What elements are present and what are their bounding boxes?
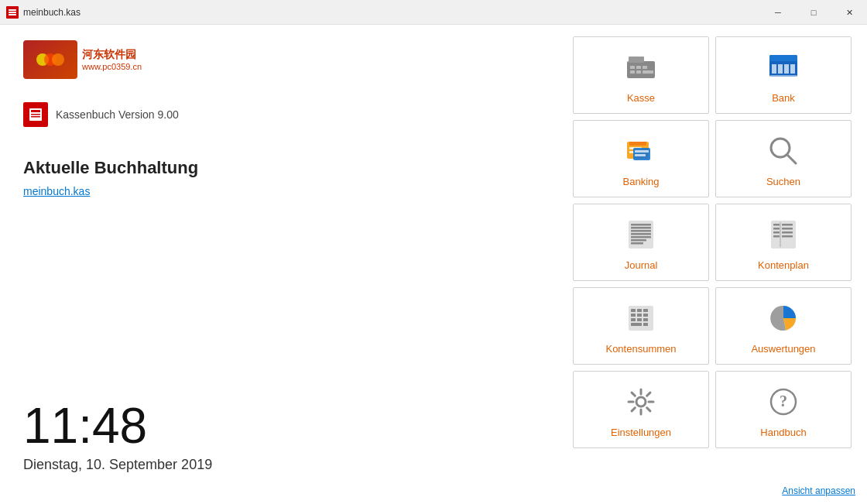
tile-kontenplan[interactable]: Kontenplan <box>715 204 852 281</box>
svg-rect-36 <box>631 224 651 226</box>
svg-rect-46 <box>773 228 780 230</box>
tile-row-1: Kasse Bank <box>573 36 852 114</box>
watermark-url: www.pc0359.cn <box>82 62 142 71</box>
kasse-label: Kasse <box>627 92 655 104</box>
bank-label: Bank <box>772 92 795 104</box>
tile-auswertungen[interactable]: Auswertungen <box>715 287 852 365</box>
ansicht-anpassen-link[interactable]: Ansicht anpassen <box>782 485 855 496</box>
svg-rect-62 <box>643 318 648 321</box>
tile-journal[interactable]: Journal <box>573 204 709 281</box>
svg-rect-14 <box>636 66 641 69</box>
app-version: Kassenbuch Version 9.00 <box>56 108 179 121</box>
buchhaltung-title: Aktuelle Buchhaltung <box>23 158 534 178</box>
svg-rect-15 <box>643 66 647 69</box>
tile-kontensummen[interactable]: Kontensummen <box>573 287 709 365</box>
kontensummen-icon <box>622 300 660 337</box>
buchhaltung-section: Aktuelle Buchhaltung meinbuch.kas <box>23 158 534 198</box>
window-controls: ─ □ ✕ <box>760 0 867 25</box>
svg-rect-8 <box>31 110 40 112</box>
kontensummen-label: Kontensummen <box>605 343 676 355</box>
svg-rect-59 <box>643 314 648 317</box>
svg-rect-38 <box>631 230 651 232</box>
svg-rect-61 <box>637 318 642 321</box>
svg-rect-18 <box>643 70 653 74</box>
handbuch-label: Handbuch <box>760 427 806 438</box>
svg-text:?: ? <box>780 393 787 410</box>
svg-rect-42 <box>631 242 643 245</box>
svg-rect-25 <box>770 75 797 77</box>
svg-rect-32 <box>635 154 646 156</box>
svg-rect-2 <box>9 12 16 13</box>
close-button[interactable]: ✕ <box>831 0 867 25</box>
svg-rect-41 <box>631 239 646 242</box>
svg-rect-55 <box>637 309 642 312</box>
tile-row-2: Banking Suchen <box>573 120 852 197</box>
journal-icon <box>622 216 660 253</box>
banking-icon <box>622 132 660 170</box>
clock-date: Dienstag, 10. September 2019 <box>23 457 534 473</box>
auswertungen-label: Auswertungen <box>751 343 815 355</box>
svg-rect-10 <box>31 116 40 118</box>
svg-rect-9 <box>31 114 40 115</box>
tile-row-3: Journal <box>573 204 852 281</box>
svg-rect-24 <box>790 64 795 74</box>
minimize-button[interactable]: ─ <box>760 0 796 25</box>
svg-rect-56 <box>643 309 648 312</box>
titlebar-title: meinbuch.kas <box>23 7 81 18</box>
svg-rect-40 <box>631 236 651 238</box>
svg-rect-58 <box>637 314 642 317</box>
svg-rect-44 <box>773 224 780 226</box>
journal-label: Journal <box>625 259 658 271</box>
svg-rect-23 <box>784 64 789 74</box>
tile-suchen[interactable]: Suchen <box>715 120 852 197</box>
suchen-icon <box>765 132 802 170</box>
svg-rect-17 <box>636 70 641 74</box>
svg-rect-3 <box>9 14 16 15</box>
svg-rect-16 <box>630 70 635 74</box>
right-panel: Kasse Bank <box>557 25 867 504</box>
svg-rect-31 <box>635 150 649 153</box>
tile-kasse[interactable]: Kasse <box>573 36 709 114</box>
svg-rect-39 <box>631 233 651 235</box>
watermark-text: 河东软件园 www.pc0359.cn <box>82 48 142 71</box>
buchhaltung-link[interactable]: meinbuch.kas <box>23 185 90 197</box>
svg-line-74 <box>632 408 635 411</box>
svg-rect-12 <box>629 57 644 63</box>
watermark-logo-box <box>23 40 77 79</box>
svg-rect-22 <box>778 64 783 74</box>
suchen-label: Suchen <box>766 176 800 187</box>
handbuch-icon: ? <box>765 383 802 420</box>
clock-time: 11:48 <box>23 401 534 451</box>
app-icon <box>6 6 19 19</box>
auswertungen-icon <box>765 300 802 337</box>
svg-rect-13 <box>630 66 635 69</box>
maximize-button[interactable]: □ <box>796 0 831 25</box>
tile-einstellungen[interactable]: Einstellungen <box>573 371 709 448</box>
einstellungen-label: Einstellungen <box>611 427 671 438</box>
svg-line-72 <box>647 408 650 411</box>
svg-rect-60 <box>631 318 636 321</box>
svg-rect-64 <box>643 323 648 326</box>
kontenplan-icon <box>765 216 802 253</box>
tile-handbuch[interactable]: ? Handbuch <box>715 371 852 448</box>
tile-banking[interactable]: Banking <box>573 120 709 197</box>
logo-area: 河东软件园 www.pc0359.cn <box>23 40 534 79</box>
watermark-cn: 河东软件园 <box>82 48 142 62</box>
main-content: 河东软件园 www.pc0359.cn Kassenbuch Version 9… <box>0 25 867 504</box>
tile-bank[interactable]: Bank <box>715 36 852 114</box>
clock-section: 11:48 Dienstag, 10. September 2019 <box>23 401 534 489</box>
svg-line-73 <box>647 393 650 396</box>
svg-rect-1 <box>9 9 16 11</box>
svg-point-66 <box>636 397 646 406</box>
svg-rect-57 <box>631 314 636 317</box>
tile-row-5: Einstellungen ? Handbuch <box>573 371 852 448</box>
banking-label: Banking <box>623 176 660 187</box>
svg-rect-63 <box>631 323 642 326</box>
svg-rect-11 <box>627 61 655 78</box>
svg-rect-37 <box>631 227 651 229</box>
kasse-icon <box>622 49 660 86</box>
tile-row-4: Kontensummen Auswertungen <box>573 287 852 365</box>
svg-rect-45 <box>782 224 793 226</box>
svg-rect-20 <box>769 55 797 61</box>
svg-point-6 <box>52 53 64 66</box>
